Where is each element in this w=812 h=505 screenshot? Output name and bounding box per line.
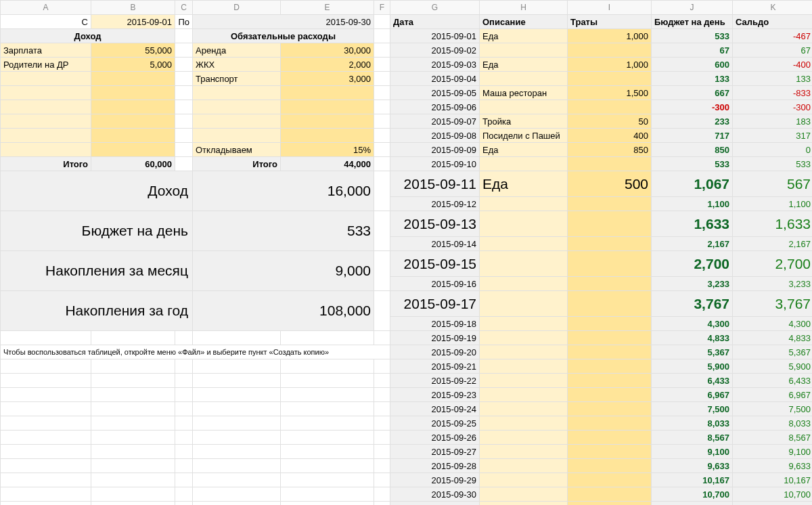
- daily-budget[interactable]: 9,100: [652, 445, 733, 459]
- daily-spend[interactable]: [568, 487, 652, 502]
- daily-budget[interactable]: 1,633: [652, 211, 733, 237]
- daily-balance[interactable]: 567: [733, 171, 813, 197]
- col-header-J[interactable]: J: [652, 1, 733, 15]
- daily-date[interactable]: 2015-09-29: [390, 473, 480, 487]
- daily-spend[interactable]: 50: [568, 114, 652, 129]
- daily-spend[interactable]: [568, 72, 652, 86]
- daily-budget[interactable]: 533: [652, 29, 733, 43]
- expense-name[interactable]: [193, 86, 281, 100]
- daily-date[interactable]: 2015-09-25: [390, 416, 480, 431]
- daily-date[interactable]: 2015-09-10: [390, 157, 480, 171]
- income-name[interactable]: [1, 114, 91, 129]
- expense-name[interactable]: Транспорт: [193, 72, 281, 86]
- daily-budget[interactable]: -300: [652, 100, 733, 114]
- daily-desc[interactable]: [480, 331, 568, 345]
- daily-date[interactable]: 2015-09-16: [390, 277, 480, 291]
- daily-balance[interactable]: 4,833: [733, 331, 813, 345]
- hdr-balance[interactable]: Сальдо: [733, 15, 813, 29]
- daily-balance[interactable]: 10,700: [733, 487, 813, 502]
- daily-spend[interactable]: [568, 251, 652, 277]
- daily-spend[interactable]: [568, 277, 652, 291]
- income-total[interactable]: 60,000: [91, 157, 175, 171]
- daily-desc[interactable]: Еда: [480, 143, 568, 157]
- col-header-B[interactable]: B: [91, 1, 175, 15]
- daily-balance[interactable]: 8,567: [733, 431, 813, 445]
- expense-amount[interactable]: 15%: [281, 143, 374, 157]
- daily-spend[interactable]: [568, 237, 652, 251]
- income-header[interactable]: Доход: [1, 29, 175, 43]
- income-name[interactable]: [1, 129, 91, 143]
- daily-date[interactable]: 2015-09-07: [390, 114, 480, 129]
- income-amount[interactable]: [91, 100, 175, 114]
- daily-date[interactable]: 2015-09-22: [390, 374, 480, 388]
- col-header-A[interactable]: A: [1, 1, 91, 15]
- daily-date[interactable]: 2015-09-26: [390, 431, 480, 445]
- expense-amount[interactable]: [281, 114, 374, 129]
- income-name[interactable]: [1, 86, 91, 100]
- daily-desc[interactable]: [480, 43, 568, 58]
- summary-label[interactable]: Накопления за месяц: [1, 251, 193, 291]
- daily-budget[interactable]: 10,700: [652, 487, 733, 502]
- daily-budget[interactable]: 233: [652, 114, 733, 129]
- daily-desc[interactable]: Еда: [480, 171, 568, 197]
- income-itogo-label[interactable]: Итого: [1, 157, 91, 171]
- daily-balance[interactable]: 7,500: [733, 402, 813, 416]
- income-amount[interactable]: 5,000: [91, 58, 175, 72]
- daily-spend[interactable]: [568, 291, 652, 317]
- daily-balance[interactable]: -300: [733, 100, 813, 114]
- daily-date[interactable]: 2015-09-23: [390, 388, 480, 402]
- daily-spend[interactable]: [568, 100, 652, 114]
- daily-budget[interactable]: 10,167: [652, 473, 733, 487]
- daily-date[interactable]: 2015-09-11: [390, 171, 480, 197]
- daily-date[interactable]: 2015-09-18: [390, 317, 480, 331]
- summary-value[interactable]: 9,000: [193, 251, 374, 291]
- daily-budget[interactable]: 2,167: [652, 237, 733, 251]
- income-name[interactable]: [1, 143, 91, 157]
- daily-balance[interactable]: 5,367: [733, 345, 813, 359]
- note[interactable]: Чтобы воспользоваться таблицей, откройте…: [1, 345, 390, 359]
- expense-amount[interactable]: [281, 129, 374, 143]
- income-name[interactable]: [1, 100, 91, 114]
- daily-spend[interactable]: [568, 197, 652, 211]
- daily-balance[interactable]: 2,700: [733, 251, 813, 277]
- daily-budget[interactable]: 850: [652, 143, 733, 157]
- expense-name[interactable]: Откладываем: [193, 143, 281, 157]
- expense-amount[interactable]: 2,000: [281, 58, 374, 72]
- income-name[interactable]: Зарплата: [1, 43, 91, 58]
- col-header-H[interactable]: H: [480, 1, 568, 15]
- daily-budget[interactable]: 600: [652, 58, 733, 72]
- daily-desc[interactable]: Посидели с Пашей: [480, 129, 568, 143]
- daily-desc[interactable]: [480, 197, 568, 211]
- daily-date[interactable]: 2015-09-14: [390, 237, 480, 251]
- daily-spend[interactable]: [568, 345, 652, 359]
- daily-desc[interactable]: [480, 157, 568, 171]
- summary-value[interactable]: 533: [193, 211, 374, 251]
- daily-spend[interactable]: 400: [568, 129, 652, 143]
- daily-desc[interactable]: [480, 388, 568, 402]
- daily-balance[interactable]: 9,100: [733, 445, 813, 459]
- daily-spend[interactable]: 500: [568, 171, 652, 197]
- summary-label[interactable]: Накопления за год: [1, 291, 193, 331]
- daily-desc[interactable]: Маша ресторан: [480, 86, 568, 100]
- daily-balance[interactable]: 6,967: [733, 388, 813, 402]
- daily-date[interactable]: 2015-09-05: [390, 86, 480, 100]
- daily-spend[interactable]: [568, 359, 652, 374]
- daily-spend[interactable]: [568, 157, 652, 171]
- daily-budget[interactable]: 4,300: [652, 317, 733, 331]
- daily-desc[interactable]: [480, 445, 568, 459]
- daily-date[interactable]: 2015-09-20: [390, 345, 480, 359]
- expense-header[interactable]: Обязательные расходы: [193, 29, 374, 43]
- daily-date[interactable]: 2015-09-06: [390, 100, 480, 114]
- daily-spend[interactable]: 1,000: [568, 29, 652, 43]
- period-from-label[interactable]: С: [1, 15, 91, 29]
- income-name[interactable]: [1, 72, 91, 86]
- daily-balance[interactable]: -467: [733, 29, 813, 43]
- daily-spend[interactable]: [568, 388, 652, 402]
- daily-budget[interactable]: 667: [652, 86, 733, 100]
- daily-spend[interactable]: [568, 431, 652, 445]
- daily-date[interactable]: 2015-09-04: [390, 72, 480, 86]
- daily-date[interactable]: 2015-09-19: [390, 331, 480, 345]
- daily-spend[interactable]: [568, 331, 652, 345]
- daily-desc[interactable]: [480, 277, 568, 291]
- hdr-desc[interactable]: Описание: [480, 15, 568, 29]
